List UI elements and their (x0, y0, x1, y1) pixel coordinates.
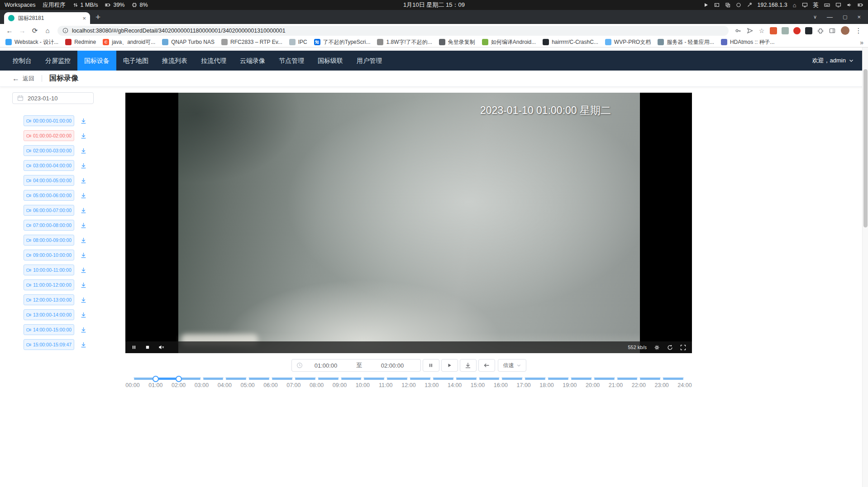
nav-tab[interactable]: 节点管理 (272, 51, 311, 71)
extension-icon[interactable] (782, 27, 789, 34)
start-time-value[interactable]: 01:00:00 (303, 362, 349, 369)
segment-play-button[interactable]: 11:00:00-12:00:00 (24, 279, 74, 290)
nav-tab[interactable]: 拉流代理 (194, 51, 233, 71)
nav-tab[interactable]: 国标设备 (77, 51, 116, 71)
nav-tab[interactable]: 国标级联 (311, 51, 350, 71)
bookmark[interactable]: hairrrrr/C-CrashC... (543, 39, 598, 45)
copy-icon[interactable] (725, 2, 730, 8)
segment-play-button[interactable]: 14:00:00-15:00:00 (24, 324, 74, 335)
tab-search-icon[interactable]: ∨ (813, 14, 817, 20)
bookmark[interactable]: RFC2833 – RTP Ev... (221, 39, 282, 45)
segment-download-button[interactable] (81, 148, 86, 154)
bookmark[interactable]: Webstack - 设计... (5, 38, 58, 46)
segment-play-button[interactable]: 07:00:00-08:00:00 (24, 220, 74, 231)
back-arrow-icon[interactable]: ← (12, 75, 19, 83)
page-scrollbar[interactable] (862, 47, 868, 487)
browser-back-button[interactable]: ← (4, 27, 15, 34)
nav-tab[interactable]: 电子地图 (116, 51, 155, 71)
segment-play-button[interactable]: 15:00:00-15:09:47 (24, 339, 74, 350)
bookmark[interactable]: 1.8W字!了不起的... (377, 38, 432, 46)
user-menu[interactable]: 欢迎，admin (812, 51, 854, 71)
keyboard-icon[interactable] (824, 2, 830, 8)
timeline-end-handle[interactable] (176, 376, 182, 382)
seek-back-button[interactable] (478, 359, 495, 372)
media-play-icon[interactable] (703, 2, 709, 8)
password-key-icon[interactable] (733, 28, 744, 34)
segment-download-button[interactable] (81, 297, 86, 303)
segment-play-button[interactable]: 04:00:00-05:00:00 (24, 175, 74, 186)
browser-reload-button[interactable]: ⟳ (29, 27, 41, 35)
speed-dropdown[interactable]: 倍速 (498, 359, 526, 372)
extension-icon[interactable] (805, 27, 812, 34)
segment-download-button[interactable] (81, 282, 86, 288)
segment-download-button[interactable] (81, 178, 86, 184)
segment-play-button[interactable]: 06:00:00-07:00:00 (24, 205, 74, 216)
profile-avatar[interactable] (841, 26, 849, 35)
bookmark[interactable]: IPC (289, 39, 307, 45)
applications-button[interactable]: 应用程序 (43, 1, 66, 9)
video-player[interactable]: 2023-01-10 01:00:00 星期二 552 kb/s (125, 93, 692, 353)
nav-tab[interactable]: 分屏监控 (38, 51, 77, 71)
player-refresh-button[interactable] (667, 345, 673, 350)
player-pause-button[interactable] (131, 345, 137, 350)
nav-tab[interactable]: 控制台 (6, 51, 38, 71)
battery-tray-icon[interactable] (858, 2, 863, 8)
end-time-value[interactable]: 02:00:00 (369, 362, 416, 369)
segment-play-button[interactable]: 08:00:00-09:00:00 (24, 235, 74, 246)
terminal-icon[interactable] (714, 2, 720, 8)
player-settings-button[interactable] (654, 345, 660, 350)
ip-address-label[interactable]: 192.168.1.3 (758, 2, 787, 8)
player-stop-button[interactable] (145, 345, 150, 350)
address-bar[interactable]: localhost:38080/#/gbRecordDetail/3402000… (57, 26, 729, 36)
new-tab-button[interactable]: + (95, 13, 100, 21)
browser-forward-button[interactable]: → (16, 27, 28, 34)
segment-play-button[interactable]: 10:00:00-11:00:00 (24, 265, 74, 275)
input-language-indicator[interactable]: 英 (813, 1, 819, 9)
nav-tab[interactable]: 用户管理 (350, 51, 389, 71)
playback-timeline[interactable]: 00:0001:0002:0003:0004:0005:0006:0007:00… (133, 374, 685, 395)
segment-download-button[interactable] (81, 267, 86, 273)
segment-download-button[interactable] (81, 208, 86, 213)
nav-tab[interactable]: 云端录像 (233, 51, 272, 71)
date-picker[interactable]: 2023-01-10 (12, 92, 94, 104)
segment-play-button[interactable]: 05:00:00-06:00:00 (24, 190, 74, 201)
player-fullscreen-button[interactable] (680, 345, 686, 350)
extensions-puzzle-icon[interactable] (815, 28, 826, 34)
bookmark[interactable]: QNAP Turbo NAS (162, 39, 215, 45)
clock[interactable]: 1月10日 星期二 15：09 (403, 1, 465, 9)
bookmark[interactable]: 如何编译Android... (482, 38, 536, 46)
bookmark[interactable]: WVP-PRO文档 (605, 38, 651, 46)
bookmark[interactable]: Redmine (65, 39, 96, 45)
window-close-button[interactable]: × (857, 14, 861, 20)
segment-download-button[interactable] (81, 327, 86, 333)
bookmark-star-icon[interactable]: ☆ (756, 27, 767, 34)
display-icon[interactable] (802, 2, 808, 8)
tab-close-icon[interactable]: × (82, 15, 86, 22)
bookmark[interactable]: 服务器 - 轻量应用... (658, 38, 714, 46)
screen-icon[interactable] (835, 2, 841, 8)
segment-play-button[interactable]: 01:00:00-02:00:00 (24, 130, 74, 141)
segment-download-button[interactable] (81, 342, 86, 348)
window-restore-button[interactable]: ▢ (843, 14, 847, 20)
segment-download-button[interactable] (81, 133, 86, 139)
segment-download-button[interactable] (81, 118, 86, 124)
segment-download-button[interactable] (81, 222, 86, 228)
segment-play-button[interactable]: 09:00:00-10:00:00 (24, 250, 74, 260)
segment-download-button[interactable] (81, 237, 86, 243)
workspaces-button[interactable]: Workspaces (5, 2, 36, 8)
home-icon[interactable]: ⌂ (793, 2, 796, 9)
player-mute-button[interactable] (158, 345, 165, 350)
share-icon[interactable] (744, 28, 755, 34)
bookmark[interactable]: 知 了不起的TypeScri... (314, 38, 371, 46)
segment-play-button[interactable]: 12:00:00-13:00:00 (24, 294, 74, 305)
site-info-icon[interactable] (62, 28, 68, 33)
window-minimize-button[interactable]: — (827, 14, 833, 20)
browser-home-button[interactable]: ⌂ (42, 27, 53, 34)
bookmark[interactable]: C java、android可... (103, 38, 155, 46)
segment-play-button[interactable]: 00:00:00-01:00:00 (24, 115, 74, 126)
nav-tab[interactable]: 推流列表 (155, 51, 194, 71)
sidebar-toggle-icon[interactable] (827, 28, 838, 34)
back-button[interactable]: 返回 (23, 75, 34, 83)
segment-download-button[interactable] (81, 193, 86, 199)
bookmarks-overflow-icon[interactable]: » (860, 39, 865, 46)
